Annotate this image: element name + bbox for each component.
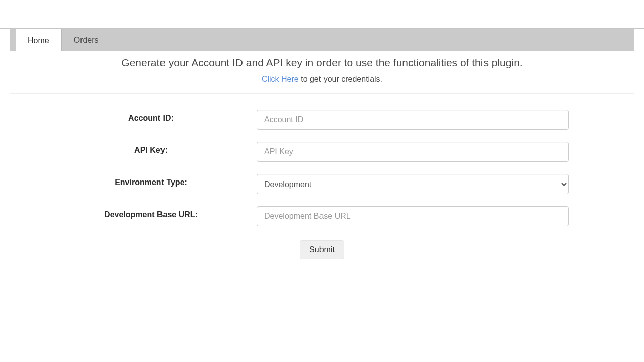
api-key-input[interactable] xyxy=(257,142,569,162)
dev-base-url-label: Development Base URL: xyxy=(55,206,257,219)
api-key-label: API Key: xyxy=(55,142,257,155)
submit-button[interactable]: Submit xyxy=(300,240,344,259)
account-id-input[interactable] xyxy=(257,110,569,130)
tab-orders[interactable]: Orders xyxy=(62,29,111,51)
settings-form: Account ID: API Key: Environment Type: D… xyxy=(55,94,589,259)
sub-text: Click Here to get your credentials. xyxy=(10,75,634,84)
credentials-link[interactable]: Click Here xyxy=(262,75,299,83)
lead-text: Generate your Account ID and API key in … xyxy=(10,57,634,69)
header-area: Generate your Account ID and API key in … xyxy=(10,51,634,94)
environment-type-label: Environment Type: xyxy=(55,174,257,187)
sub-suffix: to get your credentials. xyxy=(299,75,382,83)
account-id-label: Account ID: xyxy=(55,110,257,123)
tab-home[interactable]: Home xyxy=(15,29,62,51)
environment-type-select[interactable]: Development xyxy=(257,174,569,194)
dev-base-url-input[interactable] xyxy=(257,206,569,226)
top-spacer xyxy=(0,0,644,29)
nav-tabs: Home Orders xyxy=(10,29,634,51)
